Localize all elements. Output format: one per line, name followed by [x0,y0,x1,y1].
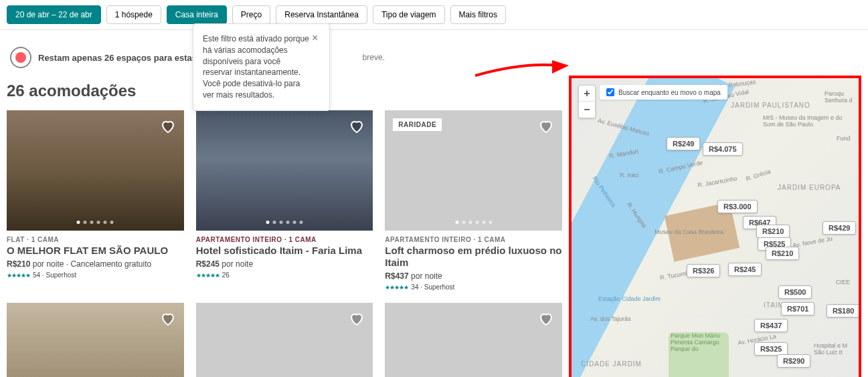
close-icon[interactable]: × [312,31,323,41]
listings-grid: FLAT · 1 CAMA O MELHOR FLAT EM SÃO PAULO… [7,110,562,377]
zoom-in-button[interactable]: + [579,86,595,102]
heart-icon[interactable] [538,311,554,327]
map-poi-label: Museu da Casa Brasileira [655,229,728,235]
carousel-dots [455,221,492,224]
listing-card[interactable]: APARTAMENTO INTEIRO · 1 CAMA Hotel sofis… [196,110,373,291]
map-neighborhood-label: CIDADE JARDIM [581,360,642,368]
alert-icon [10,47,31,68]
notice-subtext: breve. [363,53,385,62]
price-marker[interactable]: R$210 [756,225,790,238]
map-poi-label: MIS - Museu da Imagem e do Som de São Pa… [763,114,843,128]
listing-title: Loft charmoso em prédio luxuoso no Itaim [385,245,562,269]
listing-price: R$437 por noite [385,271,562,281]
listing-rating: ★★★★★34 · Superhost [385,283,562,291]
listing-image[interactable]: RARIDADE [385,110,562,231]
search-as-move-toggle[interactable]: Buscar enquanto eu movo o mapa [600,85,727,100]
price-marker[interactable]: R$500 [778,285,812,299]
heart-icon[interactable] [538,118,554,134]
map-street-label: R. Tucumã [659,269,689,281]
filter-dates[interactable]: 20 de abr – 22 de abr [7,5,101,24]
listing-card[interactable] [7,303,184,377]
filter-guests[interactable]: 1 hóspede [106,5,161,24]
listing-card[interactable] [196,303,373,377]
listing-meta: FLAT · 1 CAMA [7,236,184,243]
listing-image[interactable] [196,110,373,231]
listing-title: Hotel sofisticado Itaim - Faria Lima [196,245,373,257]
tooltip-text: Este filtro está ativado porque há vária… [203,34,309,100]
heart-icon[interactable] [160,311,176,327]
map-poi-label: Estação Cidade Jardim [598,295,661,302]
heart-icon[interactable] [349,311,365,327]
listing-image[interactable] [385,303,562,377]
price-marker[interactable]: R$180 [827,304,859,318]
listing-image[interactable] [196,303,373,377]
price-marker[interactable]: R$701 [781,302,814,316]
listing-title: O MELHOR FLAT EM SÃO PAULO [7,245,184,257]
listing-meta: APARTAMENTO INTEIRO · 1 CAMA [196,236,373,243]
search-as-move-checkbox[interactable] [606,88,614,96]
listing-card[interactable]: RARIDADE APARTAMENTO INTEIRO · 1 CAMA Lo… [385,110,562,291]
listing-rating: ★★★★★54 · Superhost [7,271,184,279]
price-marker[interactable]: R$210 [766,247,799,260]
map-poi-label: Fund [837,135,851,142]
map-poi-label: CIEE [836,279,850,285]
heart-icon[interactable] [349,118,365,134]
filter-price[interactable]: Preço [232,5,270,24]
listing-card[interactable] [385,303,562,377]
listing-card[interactable]: FLAT · 1 CAMA O MELHOR FLAT EM SÃO PAULO… [7,110,184,291]
price-marker[interactable]: R$245 [728,263,762,276]
price-marker[interactable]: R$290 [777,354,810,368]
filter-more[interactable]: Mais filtros [450,5,506,24]
zoom-out-button[interactable]: − [579,102,595,118]
price-marker[interactable]: R$326 [687,264,720,277]
filter-trip-type[interactable]: Tipo de viagem [373,5,445,24]
map-neighborhood-label: JARDIM PAULISTANO [731,102,810,109]
filter-home-type[interactable]: Casa inteira [167,5,227,24]
carousel-dots [266,221,302,224]
map-street-label: R. Iraci [620,172,639,178]
map-poi-label: Parque Mun Mário Pimenta Camargo Parque … [671,332,731,352]
map-street-label: R. Jacarezinho [697,175,738,188]
map-street-label: Av. dos Tajurás [590,316,631,322]
map-poi-label: Hospital e M São Luiz It [814,342,854,356]
price-marker[interactable]: R$325 [754,342,788,356]
rarity-badge: RARIDADE [393,118,442,131]
listing-image[interactable] [7,303,184,377]
listing-price: R$245 por noite [196,259,373,269]
listing-meta: APARTAMENTO INTEIRO · 1 CAMA [385,236,562,243]
filter-instant-book[interactable]: Reserva Instantânea [276,5,367,24]
listing-image[interactable] [7,110,184,231]
filters-bar: 20 de abr – 22 de abr 1 hóspede Casa int… [0,0,868,30]
map-panel[interactable]: JARDIM PAULISTANO JARDIM EUROPA ITAIM BI… [569,76,861,377]
listing-rating: ★★★★★26 [196,271,373,279]
price-marker[interactable]: R$437 [754,319,788,332]
map-neighborhood-label: JARDIM EUROPA [778,184,841,191]
zoom-controls: + − [578,85,596,118]
map-poi-label: Paroqu Senhora d [824,90,858,104]
map-street-label: R. Grécia [745,168,771,182]
heart-icon[interactable] [160,118,176,134]
listing-price: R$210 por noite · Cancelamento gratuito [7,259,184,269]
price-marker[interactable]: R$429 [822,221,856,235]
carousel-dots [77,221,114,224]
filter-tooltip: Este filtro está ativado porque há vária… [193,23,330,111]
search-as-move-label: Buscar enquanto eu movo o mapa [618,89,721,96]
price-marker[interactable]: R$249 [667,137,700,150]
price-marker[interactable]: R$4.075 [703,142,743,156]
price-marker[interactable]: R$3.000 [717,200,758,213]
